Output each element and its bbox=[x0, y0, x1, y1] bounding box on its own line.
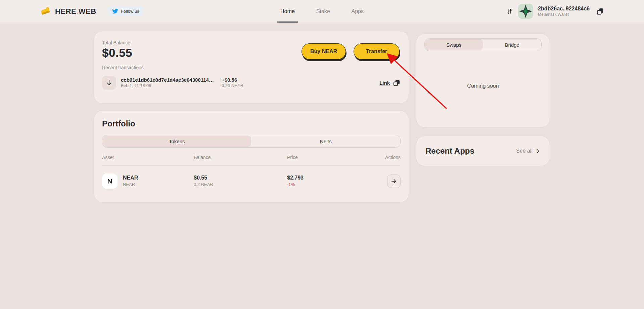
here-wallet-web-app: HERE.WEB Follow us Home Stake Apps bbox=[0, 0, 644, 309]
brand-dot: . bbox=[76, 7, 79, 15]
recent-apps-card: Recent Apps See all bbox=[416, 136, 550, 166]
portfolio-title: Portfolio bbox=[102, 119, 135, 128]
recent-apps-title: Recent Apps bbox=[425, 146, 474, 156]
transaction-date: Feb 1, 11:18:06 bbox=[121, 83, 222, 89]
transaction-usd: +$0.56 bbox=[222, 77, 243, 83]
follow-us-button[interactable]: Follow us bbox=[108, 6, 144, 16]
switch-wallet-icon[interactable] bbox=[506, 8, 513, 15]
twitter-bird-icon bbox=[112, 9, 118, 14]
tab-bridge[interactable]: Bridge bbox=[484, 39, 541, 50]
asset-symbol: NEAR bbox=[123, 174, 138, 182]
price-change: -1% bbox=[287, 182, 304, 188]
nav-item-apps[interactable]: Apps bbox=[352, 0, 364, 23]
balance-cell: $0.55 0.2 NEAR bbox=[194, 174, 213, 187]
wallet-provider: Metamask Wallet bbox=[538, 12, 590, 17]
asset-cell: NEAR NEAR bbox=[123, 174, 138, 187]
column-asset: Asset bbox=[102, 155, 114, 160]
wallet-meta: 2bdb26ac..922484c6 Metamask Wallet bbox=[538, 5, 590, 17]
copy-address-icon[interactable] bbox=[596, 7, 604, 15]
swap-bridge-tabbar: Swaps Bridge bbox=[424, 38, 542, 51]
transaction-hash: ccb91e1db61e8d7e1d4ae3e04300114… bbox=[121, 77, 222, 83]
brand-wordmark: HERE.WEB bbox=[55, 7, 96, 16]
price-usd: $2.793 bbox=[287, 174, 304, 182]
nav-item-stake[interactable]: Stake bbox=[316, 0, 330, 23]
balance-token: 0.2 NEAR bbox=[194, 182, 213, 188]
table-row-near: NEAR NEAR $0.55 0.2 NEAR $2.793 -1% bbox=[102, 172, 401, 192]
follow-us-label: Follow us bbox=[121, 9, 139, 14]
four-point-star-icon bbox=[518, 4, 533, 19]
asset-name: NEAR bbox=[123, 182, 138, 188]
near-token-icon bbox=[102, 173, 118, 189]
portfolio-tabbar: Tokens NFTs bbox=[102, 135, 401, 148]
transaction-near: 0.20 NEAR bbox=[222, 83, 243, 89]
tab-nfts[interactable]: NFTs bbox=[252, 136, 400, 147]
account-avatar[interactable] bbox=[518, 4, 533, 19]
main-nav: Home Stake Apps bbox=[280, 0, 364, 23]
price-cell: $2.793 -1% bbox=[287, 174, 304, 187]
nav-item-home[interactable]: Home bbox=[280, 0, 295, 23]
transfer-button[interactable]: Transfer bbox=[354, 43, 400, 60]
transaction-amounts: +$0.56 0.20 NEAR bbox=[222, 77, 243, 89]
arrow-right-icon bbox=[390, 178, 397, 185]
tab-tokens[interactable]: Tokens bbox=[103, 136, 251, 147]
total-balance-label: Total Balance bbox=[102, 40, 130, 45]
total-balance-amount: $0.55 bbox=[102, 46, 132, 60]
column-balance: Balance bbox=[194, 155, 211, 160]
column-price: Price bbox=[287, 155, 298, 160]
here-glove-icon bbox=[40, 6, 52, 16]
top-header: HERE.WEB Follow us Home Stake Apps bbox=[0, 0, 644, 23]
see-all-label: See all bbox=[516, 148, 533, 154]
balance-usd: $0.55 bbox=[194, 174, 213, 182]
column-actions: Actions bbox=[385, 155, 401, 160]
transaction-link-group: Link bbox=[379, 79, 401, 87]
incoming-tx-icon bbox=[102, 76, 116, 90]
portfolio-card: Portfolio Tokens NFTs Asset Balance Pric… bbox=[94, 111, 409, 202]
balance-actions: Buy NEAR Transfer bbox=[302, 43, 400, 60]
total-balance-card: Total Balance $0.55 Buy NEAR Transfer Re… bbox=[94, 31, 409, 104]
see-all-link[interactable]: See all bbox=[516, 148, 541, 154]
table-divider bbox=[102, 165, 401, 166]
portfolio-table-header: Asset Balance Price Actions bbox=[94, 155, 409, 161]
chevron-right-icon bbox=[535, 148, 541, 154]
recent-transactions-label: Recent transactions bbox=[102, 65, 144, 70]
transaction-explorer-link[interactable]: Link bbox=[379, 80, 390, 86]
brand-logo-group[interactable]: HERE.WEB bbox=[40, 6, 96, 16]
copy-tx-hash-icon[interactable] bbox=[393, 79, 401, 87]
wallet-cluster: 2bdb26ac..922484c6 Metamask Wallet bbox=[506, 4, 604, 19]
tab-swaps[interactable]: Swaps bbox=[425, 39, 483, 50]
transaction-row: ccb91e1db61e8d7e1d4ae3e04300114… Feb 1, … bbox=[102, 75, 401, 90]
swap-bridge-card: Swaps Bridge Coming soon bbox=[416, 34, 550, 127]
wallet-address: 2bdb26ac..922484c6 bbox=[538, 5, 590, 12]
asset-action-button[interactable] bbox=[387, 175, 401, 188]
coming-soon-placeholder: Coming soon bbox=[416, 83, 550, 89]
buy-near-button[interactable]: Buy NEAR bbox=[302, 43, 346, 60]
transaction-main: ccb91e1db61e8d7e1d4ae3e04300114… Feb 1, … bbox=[121, 77, 222, 89]
